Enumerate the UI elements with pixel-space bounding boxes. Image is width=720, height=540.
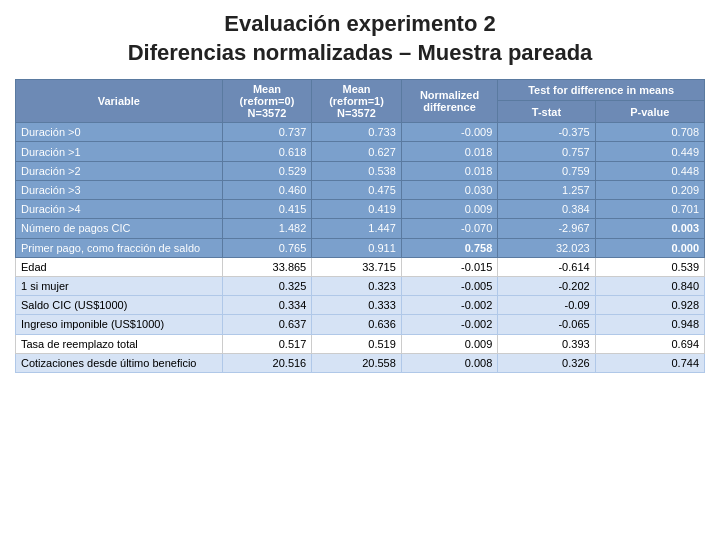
table-row: Saldo CIC (US$1000) 0.334 0.333 -0.002 -… bbox=[16, 296, 705, 315]
cell-pval: 0.708 bbox=[595, 123, 704, 142]
col-header-normalized: Normalized difference bbox=[401, 80, 497, 123]
table-body: Duración >0 0.737 0.733 -0.009 -0.375 0.… bbox=[16, 123, 705, 373]
cell-tstat: 0.384 bbox=[498, 200, 595, 219]
col-header-pvalue: P-value bbox=[595, 100, 704, 123]
cell-mean0: 0.529 bbox=[222, 161, 312, 180]
cell-mean0: 20.516 bbox=[222, 353, 312, 372]
cell-variable: Duración >3 bbox=[16, 180, 223, 199]
cell-norm: 0.018 bbox=[401, 142, 497, 161]
cell-variable: 1 si mujer bbox=[16, 276, 223, 295]
cell-mean1: 20.558 bbox=[312, 353, 402, 372]
cell-variable: Edad bbox=[16, 257, 223, 276]
cell-norm: 0.030 bbox=[401, 180, 497, 199]
cell-tstat: -0.09 bbox=[498, 296, 595, 315]
cell-pval: 0.209 bbox=[595, 180, 704, 199]
cell-variable: Ingreso imponible (US$1000) bbox=[16, 315, 223, 334]
cell-variable: Duración >2 bbox=[16, 161, 223, 180]
cell-tstat: 32.023 bbox=[498, 238, 595, 257]
col-header-mean1: Mean (reform=1) N=3572 bbox=[312, 80, 402, 123]
cell-variable: Tasa de reemplazo total bbox=[16, 334, 223, 353]
cell-norm: 0.009 bbox=[401, 334, 497, 353]
cell-mean0: 0.325 bbox=[222, 276, 312, 295]
table-row: Cotizaciones desde último beneficio 20.5… bbox=[16, 353, 705, 372]
cell-tstat: -0.614 bbox=[498, 257, 595, 276]
cell-pval: 0.694 bbox=[595, 334, 704, 353]
cell-norm: 0.018 bbox=[401, 161, 497, 180]
cell-pval: 0.948 bbox=[595, 315, 704, 334]
cell-mean1: 0.627 bbox=[312, 142, 402, 161]
cell-tstat: 0.393 bbox=[498, 334, 595, 353]
cell-pval: 0.539 bbox=[595, 257, 704, 276]
cell-mean1: 0.519 bbox=[312, 334, 402, 353]
col-header-mean0: Mean (reform=0) N=3572 bbox=[222, 80, 312, 123]
cell-norm: -0.002 bbox=[401, 315, 497, 334]
cell-norm: -0.015 bbox=[401, 257, 497, 276]
table-row: Tasa de reemplazo total 0.517 0.519 0.00… bbox=[16, 334, 705, 353]
col-header-variable: Variable bbox=[16, 80, 223, 123]
table-row: Ingreso imponible (US$1000) 0.637 0.636 … bbox=[16, 315, 705, 334]
cell-mean1: 0.911 bbox=[312, 238, 402, 257]
cell-pval: 0.744 bbox=[595, 353, 704, 372]
cell-tstat: 0.759 bbox=[498, 161, 595, 180]
table-row: Duración >1 0.618 0.627 0.018 0.757 0.44… bbox=[16, 142, 705, 161]
table-row: 1 si mujer 0.325 0.323 -0.005 -0.202 0.8… bbox=[16, 276, 705, 295]
cell-variable: Primer pago, como fracción de saldo bbox=[16, 238, 223, 257]
cell-pval: 0.840 bbox=[595, 276, 704, 295]
cell-mean1: 0.475 bbox=[312, 180, 402, 199]
cell-tstat: 0.326 bbox=[498, 353, 595, 372]
cell-mean1: 0.323 bbox=[312, 276, 402, 295]
cell-tstat: -0.375 bbox=[498, 123, 595, 142]
data-table: Variable Mean (reform=0) N=3572 Mean (re… bbox=[15, 79, 705, 370]
cell-mean1: 0.733 bbox=[312, 123, 402, 142]
cell-norm: -0.009 bbox=[401, 123, 497, 142]
cell-pval: 0.003 bbox=[595, 219, 704, 238]
cell-mean1: 0.538 bbox=[312, 161, 402, 180]
cell-norm: 0.009 bbox=[401, 200, 497, 219]
cell-variable: Duración >4 bbox=[16, 200, 223, 219]
table-row: Duración >3 0.460 0.475 0.030 1.257 0.20… bbox=[16, 180, 705, 199]
cell-variable: Duración >0 bbox=[16, 123, 223, 142]
cell-tstat: -0.202 bbox=[498, 276, 595, 295]
cell-pval: 0.701 bbox=[595, 200, 704, 219]
table-row: Duración >0 0.737 0.733 -0.009 -0.375 0.… bbox=[16, 123, 705, 142]
cell-pval: 0.000 bbox=[595, 238, 704, 257]
cell-mean0: 0.618 bbox=[222, 142, 312, 161]
page-title: Evaluación experimento 2 Diferencias nor… bbox=[128, 10, 593, 67]
cell-norm: 0.758 bbox=[401, 238, 497, 257]
cell-mean0: 0.334 bbox=[222, 296, 312, 315]
cell-norm: 0.008 bbox=[401, 353, 497, 372]
cell-mean0: 0.737 bbox=[222, 123, 312, 142]
cell-variable: Número de pagos CIC bbox=[16, 219, 223, 238]
cell-mean0: 0.517 bbox=[222, 334, 312, 353]
cell-mean1: 0.636 bbox=[312, 315, 402, 334]
cell-mean1: 0.419 bbox=[312, 200, 402, 219]
table-row: Número de pagos CIC 1.482 1.447 -0.070 -… bbox=[16, 219, 705, 238]
cell-mean1: 33.715 bbox=[312, 257, 402, 276]
cell-mean0: 0.765 bbox=[222, 238, 312, 257]
cell-variable: Duración >1 bbox=[16, 142, 223, 161]
table-row: Primer pago, como fracción de saldo 0.76… bbox=[16, 238, 705, 257]
cell-tstat: 1.257 bbox=[498, 180, 595, 199]
cell-variable: Cotizaciones desde último beneficio bbox=[16, 353, 223, 372]
cell-mean0: 0.637 bbox=[222, 315, 312, 334]
cell-pval: 0.928 bbox=[595, 296, 704, 315]
cell-pval: 0.448 bbox=[595, 161, 704, 180]
cell-mean0: 1.482 bbox=[222, 219, 312, 238]
cell-tstat: -2.967 bbox=[498, 219, 595, 238]
cell-pval: 0.449 bbox=[595, 142, 704, 161]
cell-variable: Saldo CIC (US$1000) bbox=[16, 296, 223, 315]
table-row: Duración >2 0.529 0.538 0.018 0.759 0.44… bbox=[16, 161, 705, 180]
cell-norm: -0.002 bbox=[401, 296, 497, 315]
cell-tstat: -0.065 bbox=[498, 315, 595, 334]
header-top-row: Variable Mean (reform=0) N=3572 Mean (re… bbox=[16, 80, 705, 100]
cell-norm: -0.005 bbox=[401, 276, 497, 295]
table-row: Duración >4 0.415 0.419 0.009 0.384 0.70… bbox=[16, 200, 705, 219]
table-row: Edad 33.865 33.715 -0.015 -0.614 0.539 bbox=[16, 257, 705, 276]
cell-norm: -0.070 bbox=[401, 219, 497, 238]
cell-mean0: 33.865 bbox=[222, 257, 312, 276]
cell-mean1: 0.333 bbox=[312, 296, 402, 315]
cell-mean1: 1.447 bbox=[312, 219, 402, 238]
col-header-tstat: T-stat bbox=[498, 100, 595, 123]
cell-tstat: 0.757 bbox=[498, 142, 595, 161]
cell-mean0: 0.415 bbox=[222, 200, 312, 219]
